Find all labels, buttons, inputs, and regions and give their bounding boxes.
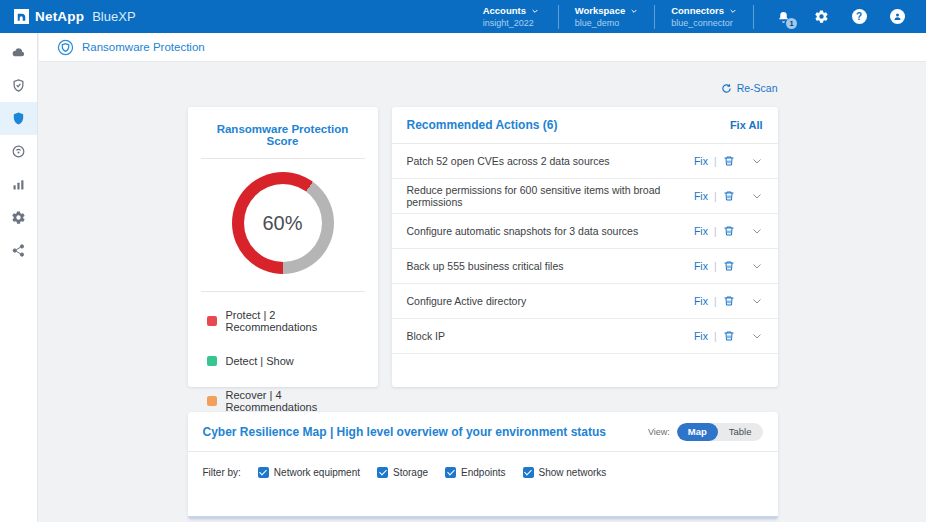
gear-icon: [814, 9, 829, 24]
fix-button[interactable]: Fix: [694, 225, 708, 237]
chevron-down-icon: [630, 7, 638, 15]
score-card: Ransomware Protection Score 60% Protect …: [188, 107, 378, 387]
expand-button[interactable]: [751, 190, 763, 202]
chevron-down-icon: [751, 260, 763, 272]
legend-label: Detect | Show: [226, 355, 294, 367]
chevron-down-icon: [751, 190, 763, 202]
user-icon: [890, 9, 905, 24]
radar-icon: [11, 144, 26, 159]
trash-icon: [723, 330, 735, 342]
netapp-logo-icon: [14, 9, 29, 24]
divider: [201, 158, 365, 159]
trash-icon: [723, 225, 735, 237]
chevron-down-icon: [751, 155, 763, 167]
workspace-menu-value: blue_demo: [575, 18, 639, 28]
trash-icon: [723, 295, 735, 307]
delete-button[interactable]: [723, 260, 735, 272]
expand-button[interactable]: [751, 295, 763, 307]
action-row: Configure automatic snapshots for 3 data…: [392, 214, 778, 249]
expand-button[interactable]: [751, 330, 763, 342]
delete-button[interactable]: [723, 330, 735, 342]
delete-button[interactable]: [723, 155, 735, 167]
delete-button[interactable]: [723, 225, 735, 237]
sidebar-item-analytics[interactable]: [0, 168, 37, 201]
settings-button[interactable]: [812, 8, 830, 26]
trash-icon: [723, 190, 735, 202]
expand-button[interactable]: [751, 225, 763, 237]
control-separator: |: [714, 296, 717, 307]
resilience-card-title: Cyber Resilience Map | High level overvi…: [203, 425, 606, 439]
sidebar-item-storage[interactable]: [0, 36, 37, 69]
view-option-table[interactable]: Table: [718, 423, 763, 441]
filter-row: Filter by: Network equipment Storage End…: [188, 467, 778, 478]
checkbox-checked[interactable]: [377, 467, 388, 478]
view-label: View:: [648, 427, 670, 437]
donut-hole: 60%: [244, 184, 322, 262]
top-bar: NetApp BlueXP Accounts insight_2022 Work…: [0, 0, 926, 33]
checkbox-checked[interactable]: [445, 467, 456, 478]
delete-button[interactable]: [723, 295, 735, 307]
filter-label-text: Network equipment: [274, 467, 360, 478]
sidebar-item-ransomware-protection[interactable]: [0, 102, 37, 135]
view-option-map[interactable]: Map: [677, 423, 718, 441]
sidebar-item-observability[interactable]: [0, 135, 37, 168]
action-row: Reduce permissions for 600 sensitive ite…: [392, 179, 778, 214]
control-separator: |: [714, 191, 717, 202]
action-label: Configure Active directory: [407, 295, 527, 307]
control-separator: |: [714, 226, 717, 237]
fix-button[interactable]: Fix: [694, 260, 708, 272]
divider: [201, 291, 365, 292]
expand-button[interactable]: [751, 155, 763, 167]
connectors-menu-value: blue_connector: [671, 18, 737, 28]
sidebar-item-health[interactable]: [0, 69, 37, 102]
action-label: Configure automatic snapshots for 3 data…: [407, 225, 639, 237]
filter-by-label: Filter by:: [203, 467, 241, 478]
action-label: Reduce permissions for 600 sensitive ite…: [407, 184, 694, 208]
sidebar-item-sharing[interactable]: [0, 234, 37, 267]
brand-name: NetApp: [35, 9, 84, 24]
control-separator: |: [714, 156, 717, 167]
trash-icon: [723, 155, 735, 167]
shield-check-icon: [11, 78, 26, 93]
accounts-menu[interactable]: Accounts insight_2022: [467, 5, 559, 29]
map-area-edge: [188, 516, 778, 519]
legend-swatch-protect: [207, 316, 217, 326]
connectors-menu-label: Connectors: [671, 5, 724, 16]
legend-label: Protect | 2 Recommendations: [226, 309, 365, 333]
notifications-button[interactable]: 1: [774, 8, 792, 26]
gear-icon: [11, 210, 26, 225]
recommended-actions-card: Recommended Actions (6) Fix All Patch 52…: [392, 107, 778, 387]
filter-label-text: Storage: [393, 467, 428, 478]
cloud-icon: [11, 45, 26, 60]
fix-button[interactable]: Fix: [694, 295, 708, 307]
checkbox-checked[interactable]: [523, 467, 534, 478]
checkbox-checked[interactable]: [258, 467, 269, 478]
sidebar-item-governance[interactable]: [0, 201, 37, 234]
connectors-menu[interactable]: Connectors blue_connector: [655, 5, 754, 29]
filter-show-networks[interactable]: Show networks: [523, 467, 607, 478]
fix-button[interactable]: Fix: [694, 190, 708, 202]
fix-button[interactable]: Fix: [694, 155, 708, 167]
help-button[interactable]: ?: [850, 8, 868, 26]
expand-button[interactable]: [751, 260, 763, 272]
filter-storage[interactable]: Storage: [377, 467, 428, 478]
fix-all-button[interactable]: Fix All: [730, 119, 763, 131]
workspace-menu[interactable]: Workspace blue_demo: [559, 5, 656, 29]
page-title: Ransomware Protection: [82, 41, 205, 53]
share-icon: [11, 243, 26, 258]
fix-button[interactable]: Fix: [694, 330, 708, 342]
legend-swatch-recover: [207, 396, 217, 406]
legend-item-recover[interactable]: Recover | 4 Recommendations: [207, 389, 365, 413]
delete-button[interactable]: [723, 190, 735, 202]
user-button[interactable]: [888, 8, 906, 26]
rescan-label: Re-Scan: [737, 82, 778, 94]
brand-product: BlueXP: [92, 9, 135, 24]
rescan-button[interactable]: Re-Scan: [721, 82, 778, 94]
filter-endpoints[interactable]: Endpoints: [445, 467, 505, 478]
filter-label-text: Show networks: [539, 467, 607, 478]
shield-icon: [11, 111, 26, 126]
filter-network-equipment[interactable]: Network equipment: [258, 467, 360, 478]
workspace-menu-label: Workspace: [575, 5, 626, 16]
legend-item-protect[interactable]: Protect | 2 Recommendations: [207, 309, 365, 333]
legend-item-detect[interactable]: Detect | Show: [207, 355, 365, 367]
